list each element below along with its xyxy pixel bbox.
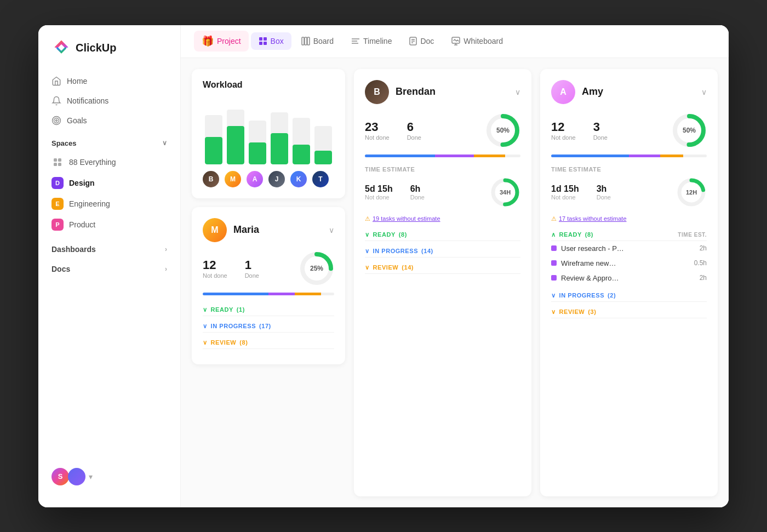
svg-rect-13	[307, 37, 310, 45]
amy-review-header[interactable]: ∨ REVIEW (3)	[551, 306, 707, 318]
sidebar-item-goals[interactable]: Goals	[45, 111, 174, 130]
amy-header: A Amy ∨	[551, 80, 707, 104]
tab-doc[interactable]: Doc	[402, 32, 442, 50]
svg-rect-12	[305, 37, 307, 45]
amy-time-section: TIME ESTIMATE 1d 15h Not done 3h Done	[551, 166, 707, 208]
whiteboard-tab-icon	[451, 37, 460, 45]
brendan-warning-link[interactable]: 19 tasks without estimate	[373, 215, 440, 222]
workload-avatar-4: J	[268, 171, 285, 187]
spaces-collapse-icon[interactable]: ∨	[162, 139, 167, 147]
chart-bar-6	[314, 126, 332, 164]
brendan-done-stat: 6 Done	[407, 120, 421, 141]
home-icon	[51, 76, 61, 86]
tab-project[interactable]: 🎁 Project	[194, 31, 249, 52]
amy-time-estimate-title: TIME ESTIMATE	[551, 166, 707, 173]
svg-rect-7	[259, 37, 262, 41]
amy-time-donut-label: 12H	[676, 177, 707, 208]
amy-warning: ⚠ 17 tasks without estimate	[551, 215, 707, 222]
task-dot-1	[551, 245, 557, 251]
amy-task-1: User research - P… 2h	[551, 241, 707, 256]
brendan-review-section: ∨ REVIEW (14)	[365, 262, 520, 274]
maria-not-done-label: Not done	[203, 272, 227, 279]
amy-ready-header[interactable]: ∧ READY (8) TIME EST.	[551, 229, 707, 241]
brendan-donut: 50%	[485, 113, 520, 148]
svg-rect-11	[302, 37, 304, 45]
sidebar-item-design[interactable]: D Design	[38, 173, 180, 193]
amy-done-number: 3	[593, 120, 608, 134]
chart-bar-1	[205, 115, 222, 164]
amy-donut: 50%	[672, 113, 707, 148]
amy-info: A Amy	[551, 80, 603, 104]
brendan-donut-label: 50%	[485, 113, 520, 148]
maria-not-done-number: 12	[203, 258, 227, 272]
tab-board[interactable]: Board	[294, 32, 341, 50]
maria-header: M Maria ∨	[203, 218, 334, 242]
maria-name: Maria	[233, 224, 259, 236]
spaces-section-header[interactable]: Spaces ∨	[38, 130, 180, 152]
brendan-time-estimate-title: TIME ESTIMATE	[365, 166, 520, 173]
sidebar-item-everything[interactable]: 88 Everything	[38, 152, 180, 173]
sidebar-item-dashboards[interactable]: Dashboards ›	[45, 239, 174, 259]
amy-expand-icon[interactable]: ∨	[701, 88, 707, 96]
brendan-in-progress-header[interactable]: ∨ IN PROGRESS (14)	[365, 245, 520, 258]
bell-icon	[51, 96, 61, 106]
workload-avatar-5: K	[290, 171, 307, 187]
chart-bars	[205, 99, 332, 164]
project-tab-icon: 🎁	[202, 35, 214, 47]
svg-point-0	[53, 116, 61, 124]
sidebar-nav: Home Notifications Goals	[38, 71, 180, 130]
tab-box[interactable]: Box	[251, 32, 291, 50]
docs-chevron-icon: ›	[165, 265, 167, 273]
amy-task-3: Review & Appro… 2h	[551, 271, 707, 285]
maria-in-progress-header[interactable]: ∨ IN PROGRESS (17)	[203, 321, 334, 333]
brendan-time-done: 6h Done	[410, 184, 425, 201]
svg-rect-9	[259, 42, 262, 45]
brendan-expand-icon[interactable]: ∨	[515, 88, 520, 96]
brendan-review-header[interactable]: ∨ REVIEW (14)	[365, 262, 520, 274]
logo[interactable]: ClickUp	[38, 38, 180, 71]
sidebar-item-home[interactable]: Home	[45, 71, 174, 91]
left-column: Workload	[192, 69, 345, 496]
warning-icon: ⚠	[365, 215, 370, 222]
svg-point-1	[54, 118, 59, 123]
brendan-time-row: 5d 15h Not done 6h Done	[365, 177, 520, 208]
sidebar-item-docs[interactable]: Docs ›	[45, 259, 174, 279]
svg-rect-3	[54, 158, 57, 162]
clickup-logo-icon	[51, 38, 71, 58]
sidebar-item-notifications[interactable]: Notifications	[45, 91, 174, 111]
amy-task-2: Wireframe new… 0.5h	[551, 256, 707, 271]
brendan-not-done-label: Not done	[365, 134, 390, 141]
amy-warning-icon: ⚠	[551, 215, 557, 222]
sidebar-footer: S ▾	[38, 459, 180, 494]
board-tab-icon	[301, 37, 310, 45]
maria-in-progress-section: ∨ IN PROGRESS (17)	[203, 321, 334, 333]
brendan-header: B Brendan ∨	[365, 80, 520, 104]
tab-whiteboard[interactable]: Whiteboard	[444, 32, 511, 50]
user-avatar-s[interactable]: S	[51, 468, 69, 485]
amy-not-done-number: 12	[551, 120, 576, 134]
app-name: ClickUp	[76, 42, 116, 54]
maria-ready-header[interactable]: ∨ READY (1)	[203, 304, 334, 316]
maria-review-header[interactable]: ∨ REVIEW (8)	[203, 337, 334, 349]
brendan-ready-section: ∨ READY (8)	[365, 229, 520, 241]
footer-chevron-icon[interactable]: ▾	[89, 472, 93, 481]
tab-timeline[interactable]: Timeline	[344, 32, 399, 50]
brendan-ready-header[interactable]: ∨ READY (8)	[365, 229, 520, 241]
maria-expand-icon[interactable]: ∨	[329, 226, 334, 234]
amy-avatar: A	[551, 80, 575, 104]
product-space-dot: P	[51, 219, 64, 231]
sidebar-item-product[interactable]: P Product	[38, 214, 180, 235]
sidebar-item-engineering[interactable]: E Engineering	[38, 193, 180, 214]
engineering-space-dot: E	[51, 198, 64, 210]
user-avatar-2[interactable]	[68, 468, 85, 485]
timeline-tab-icon	[351, 37, 360, 45]
amy-warning-link[interactable]: 17 tasks without estimate	[559, 215, 627, 222]
doc-tab-icon	[409, 37, 417, 45]
chart-bar-3	[249, 121, 266, 164]
maria-done-label: Done	[245, 272, 259, 279]
amy-time-not-done: 1d 15h Not done	[551, 184, 579, 201]
amy-done-stat: 3 Done	[593, 120, 608, 141]
maria-avatar: M	[203, 218, 227, 242]
workload-avatar-1: B	[203, 171, 219, 187]
amy-in-progress-header[interactable]: ∨ IN PROGRESS (2)	[551, 290, 707, 302]
